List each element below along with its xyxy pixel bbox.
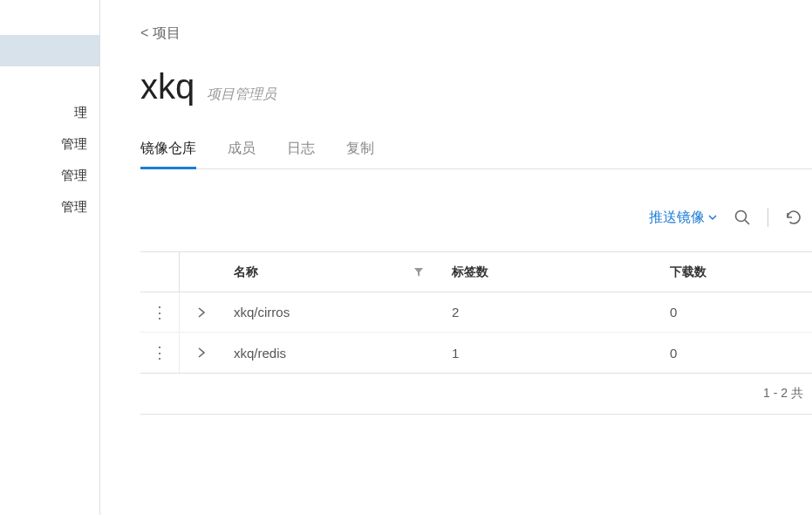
tab-replication[interactable]: 复制 <box>346 140 374 169</box>
sidebar-item-label: 管理 <box>61 136 87 151</box>
chevron-right-icon <box>197 307 206 318</box>
push-label: 推送镜像 <box>649 209 705 227</box>
page-title: xkq <box>140 67 194 106</box>
header-tags[interactable]: 标签数 <box>441 264 659 280</box>
table-row: ⋮ xkq/redis 1 0 <box>140 333 812 373</box>
search-icon <box>734 209 751 226</box>
svg-point-0 <box>736 211 747 222</box>
sidebar: 理 管理 管理 管理 <box>0 0 100 515</box>
table-row: ⋮ xkq/cirros 2 0 <box>140 292 812 333</box>
header-actions-col <box>140 252 180 292</box>
row-name[interactable]: xkq/cirros <box>223 305 441 319</box>
tab-label: 日志 <box>287 141 315 155</box>
row-actions[interactable]: ⋮ <box>140 333 180 373</box>
toolbar: 推送镜像 <box>140 208 812 227</box>
tab-repositories[interactable]: 镜像仓库 <box>140 140 196 169</box>
toolbar-divider <box>768 208 768 227</box>
header-downloads[interactable]: 下载数 <box>659 264 812 280</box>
breadcrumb-back[interactable]: < 项目 <box>140 24 181 43</box>
push-image-button[interactable]: 推送镜像 <box>649 209 717 227</box>
refresh-icon <box>785 209 802 226</box>
sidebar-item-2[interactable]: 管理 <box>0 128 99 160</box>
tab-label: 镜像仓库 <box>140 141 196 155</box>
table-header-row: 名称 标签数 下载数 <box>140 252 812 292</box>
sidebar-item-label: 管理 <box>61 168 87 182</box>
col-name-label: 名称 <box>234 264 258 280</box>
sidebar-item-3[interactable]: 管理 <box>0 160 99 191</box>
col-downloads-label: 下载数 <box>670 264 706 278</box>
tab-logs[interactable]: 日志 <box>287 140 315 169</box>
search-button[interactable] <box>733 208 752 227</box>
row-tags: 1 <box>441 346 659 360</box>
col-tags-label: 标签数 <box>452 264 488 278</box>
horizontal-scrollbar[interactable] <box>140 415 812 429</box>
tab-label: 复制 <box>346 141 374 155</box>
row-expand[interactable] <box>180 307 223 318</box>
row-expand[interactable] <box>180 347 223 358</box>
row-downloads: 0 <box>659 305 812 319</box>
tabs: 镜像仓库 成员 日志 复制 <box>140 140 812 169</box>
sidebar-item-4[interactable]: 管理 <box>0 191 99 223</box>
row-name[interactable]: xkq/redis <box>223 346 441 360</box>
pagination-text: 1 - 2 共 <box>763 386 803 400</box>
repositories-table: 名称 标签数 下载数 ⋮ xkq/cirros 2 <box>140 251 812 374</box>
tab-members[interactable]: 成员 <box>228 140 256 169</box>
tab-label: 成员 <box>228 141 256 155</box>
main-content: < 项目 xkq 项目管理员 镜像仓库 成员 日志 复制 推送镜像 <box>100 0 812 515</box>
row-downloads: 0 <box>659 346 812 360</box>
kebab-icon: ⋮ <box>152 345 167 360</box>
sidebar-item-label: 理 <box>74 105 87 120</box>
page-header: xkq 项目管理员 <box>140 67 812 106</box>
pagination: 1 - 2 共 <box>140 374 812 415</box>
breadcrumb-label: < 项目 <box>140 25 181 40</box>
svg-line-1 <box>745 220 749 224</box>
kebab-icon: ⋮ <box>152 305 167 320</box>
chevron-down-icon <box>708 213 717 222</box>
row-actions[interactable]: ⋮ <box>140 292 180 332</box>
role-label: 项目管理员 <box>207 86 276 104</box>
refresh-button[interactable] <box>784 208 803 227</box>
chevron-right-icon <box>197 347 206 358</box>
sidebar-item-label: 管理 <box>61 199 87 214</box>
sidebar-item-1[interactable]: 理 <box>0 97 99 128</box>
row-tags: 2 <box>441 305 659 319</box>
sidebar-item-0[interactable] <box>0 35 99 66</box>
filter-icon[interactable] <box>413 267 424 278</box>
header-name[interactable]: 名称 <box>223 264 441 280</box>
